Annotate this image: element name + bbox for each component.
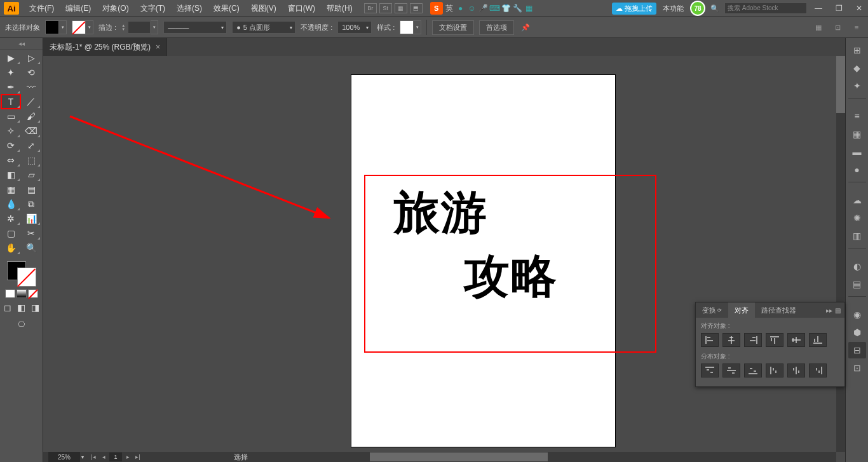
color-mode-gradient[interactable] (17, 289, 27, 298)
properties-panel-icon[interactable]: ⊞ (848, 42, 866, 58)
artboard-number[interactable]: 1 (109, 452, 122, 461)
zoom-tool[interactable]: 🔍 (22, 241, 41, 255)
swatches-panel-icon[interactable]: ▦ (848, 126, 866, 142)
align-panel-icon[interactable]: ⊟ (848, 342, 866, 358)
horizontal-scrollbar[interactable] (147, 452, 836, 461)
distribute-top[interactable] (701, 363, 719, 377)
artboard-tool[interactable]: ▢ (1, 226, 20, 240)
paintbrush-tool[interactable]: 🖌 (22, 109, 41, 123)
lasso-tool[interactable]: ⟲ (22, 65, 41, 79)
vertical-scrollbar[interactable] (836, 56, 845, 452)
ime-emoji-icon[interactable]: ☺ (467, 3, 477, 13)
fill-stroke-control[interactable] (6, 260, 37, 288)
fill-swatch[interactable] (45, 20, 59, 34)
stroke-swatch[interactable] (72, 20, 86, 34)
tab-pathfinder[interactable]: 路径查找器 (755, 302, 803, 318)
preferences-button[interactable]: 首选项 (479, 20, 514, 35)
gradient-tool[interactable]: ▤ (22, 182, 41, 196)
eyedropper-tool[interactable]: 💧 (1, 197, 20, 211)
distribute-hcenter[interactable] (787, 363, 805, 377)
menu-file[interactable]: 文件(F) (24, 1, 59, 17)
close-tab-icon[interactable]: × (156, 43, 160, 51)
stroke-color[interactable] (17, 268, 36, 287)
cc-panel-icon[interactable]: ☁ (848, 192, 866, 208)
panel-collapse-icon[interactable]: ▸▸ (826, 307, 832, 314)
next-artboard[interactable]: ▸ (123, 452, 132, 461)
distribute-bottom[interactable] (744, 363, 762, 377)
window-minimize[interactable]: — (810, 2, 827, 15)
shaper-tool[interactable]: ✧ (1, 124, 20, 138)
stroke-weight-input[interactable] (128, 21, 151, 34)
brushes-panel-icon[interactable]: ▬ (848, 144, 866, 160)
zoom-input[interactable]: 25% (48, 452, 80, 462)
vscroll-thumb[interactable] (836, 56, 845, 113)
zoom-dropdown[interactable]: ▾ (81, 454, 84, 460)
direct-selection-tool[interactable]: ▷ (22, 51, 41, 65)
sync-badge[interactable]: 78 (690, 1, 705, 16)
libraries-panel-icon[interactable]: ✦ (848, 78, 866, 94)
window-restore[interactable]: ❐ (830, 2, 848, 15)
line-tool[interactable]: ／ (22, 95, 41, 109)
type-tool[interactable]: T (1, 95, 20, 109)
ime-grid-icon[interactable]: ▦ (524, 3, 534, 13)
distribute-vcenter[interactable] (722, 363, 740, 377)
fill-dropdown[interactable]: ▾ (59, 20, 67, 34)
document-setup-button[interactable]: 文档设置 (432, 20, 474, 35)
workspace-label[interactable]: 本功能 (659, 4, 688, 13)
ime-keyboard-icon[interactable]: ⌨ (490, 3, 500, 13)
stroke-weight-dropdown[interactable]: ▾ (151, 20, 158, 34)
scale-tool[interactable]: ⤢ (22, 139, 41, 153)
screen-mode[interactable]: 🖵 (12, 317, 31, 331)
menu-effect[interactable]: 效果(C) (208, 1, 245, 17)
ime-mic-icon[interactable]: 🎤 (478, 3, 489, 13)
shape-builder-tool[interactable]: ◧ (1, 168, 20, 182)
draw-normal[interactable]: ◻ (1, 302, 14, 313)
ime-punct-icon[interactable]: ● (456, 3, 466, 13)
stroke-dropdown[interactable]: ▾ (86, 20, 93, 34)
magic-wand-tool[interactable]: ✦ (1, 65, 20, 79)
free-transform-tool[interactable]: ⬚ (22, 153, 41, 167)
color-mode-solid[interactable] (5, 289, 15, 298)
opacity-select[interactable]: 100% (337, 21, 372, 34)
menu-help[interactable]: 帮助(H) (322, 1, 358, 17)
graphic-styles-panel-icon[interactable]: ⬢ (848, 324, 866, 341)
transform-icon[interactable]: ⊡ (831, 21, 844, 34)
ime-tool-icon[interactable]: 🔧 (513, 3, 523, 13)
align-bottom[interactable] (809, 333, 827, 347)
document-tab[interactable]: 未标题-1* @ 25% (RGB/预览) × (43, 38, 167, 56)
draw-inside[interactable]: ◨ (29, 302, 42, 313)
hand-tool[interactable]: ✋ (1, 241, 20, 255)
hscroll-thumb[interactable] (370, 452, 548, 461)
color-guide-panel-icon[interactable]: ▥ (848, 228, 866, 244)
color-mode-none[interactable] (28, 289, 38, 298)
bridge-icon[interactable]: Br (364, 3, 377, 13)
menu-type[interactable]: 文字(T) (135, 1, 170, 17)
appearance-panel-icon[interactable]: ◉ (848, 306, 866, 323)
cloud-upload-button[interactable]: ☁ 拖拽上传 (612, 3, 656, 15)
stroke-down[interactable]: ▼ (121, 27, 128, 31)
pin-icon[interactable]: 📌 (519, 24, 532, 32)
align-artboard-icon[interactable]: ▦ (812, 21, 825, 34)
align-vcenter[interactable] (787, 333, 805, 347)
first-artboard[interactable]: |◂ (89, 452, 98, 461)
curvature-tool[interactable]: 〰 (22, 80, 41, 94)
draw-behind[interactable]: ◧ (15, 302, 28, 313)
blend-tool[interactable]: ⧉ (22, 197, 41, 211)
last-artboard[interactable]: ▸| (133, 452, 142, 461)
align-top[interactable] (766, 333, 783, 347)
gradient-panel-icon[interactable]: ▤ (848, 276, 866, 292)
mesh-tool[interactable]: ▦ (1, 182, 20, 196)
ime-lang[interactable]: 英 (444, 3, 454, 13)
ime-skin-icon[interactable]: 👕 (501, 3, 512, 13)
arrange-icon[interactable]: ▦ (395, 3, 407, 13)
tab-align[interactable]: 对齐 (728, 302, 755, 318)
layers-panel-icon[interactable]: ◆ (848, 60, 866, 76)
brush-select[interactable]: ●5 点圆形 (232, 21, 295, 34)
stroke-profile-select[interactable]: ——— (163, 21, 227, 34)
align-hcenter[interactable] (722, 333, 740, 347)
prev-artboard[interactable]: ◂ (99, 452, 108, 461)
menu-object[interactable]: 对象(O) (97, 1, 133, 17)
menu-view[interactable]: 视图(V) (246, 1, 281, 17)
tab-transform[interactable]: 变换⟳ (696, 302, 728, 318)
symbols-panel-icon[interactable]: ● (848, 161, 866, 178)
